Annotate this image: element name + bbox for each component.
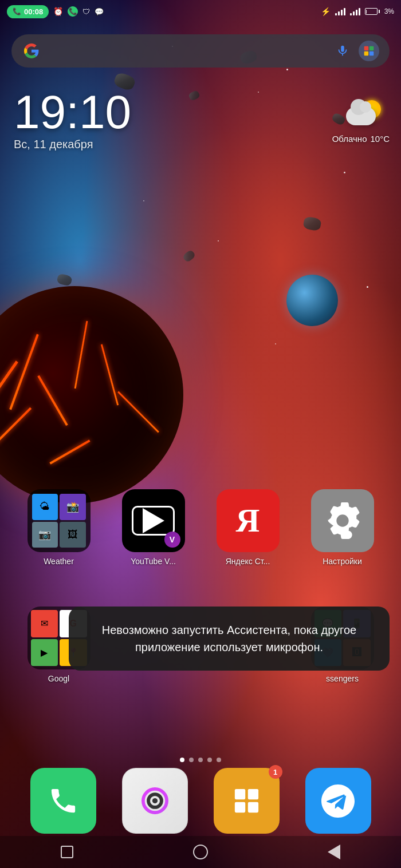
clock-widget[interactable]: 19:10 Вс, 11 декабря xyxy=(14,89,131,151)
signal-bars-1 xyxy=(335,7,345,15)
dock-telegram[interactable] xyxy=(305,768,371,834)
phone2-icon: 📞 xyxy=(68,6,78,17)
app-row-1: 🌤 📸 📷 🖼 Weather V YouTube V... Я Яндекс … xyxy=(0,489,401,566)
tools-badge: 1 xyxy=(269,765,282,779)
app-label-settings: Настройки xyxy=(323,557,362,566)
status-right: ⚡ 3% xyxy=(321,7,394,16)
status-bar: 📞 00:08 ⏰ 📞 🛡 💬 ⚡ 3% xyxy=(0,0,401,23)
svg-point-7 xyxy=(152,798,157,803)
svg-rect-2 xyxy=(364,46,369,51)
weather-widget[interactable]: Облачно 10°C xyxy=(332,100,390,144)
nav-recents-button[interactable] xyxy=(320,838,348,866)
dock-camera[interactable] xyxy=(122,768,188,834)
toast-message: Невозможно запустить Ассистента, пока др… xyxy=(85,621,374,656)
page-dot-4 xyxy=(217,758,221,762)
dock-phone[interactable] xyxy=(30,768,96,834)
nav-home-button[interactable] xyxy=(186,838,215,866)
nav-square-icon xyxy=(61,846,73,858)
settings-icon xyxy=(311,489,374,552)
shield-icon: 🛡 xyxy=(82,7,90,16)
bluetooth-icon: ⚡ xyxy=(321,7,331,16)
nav-back-button[interactable] xyxy=(53,838,81,866)
weather-temperature: 10°C xyxy=(370,134,390,144)
app-item-youtube[interactable]: V YouTube V... xyxy=(112,489,195,566)
alarm-icon: ⏰ xyxy=(53,7,63,16)
svg-rect-0 xyxy=(341,46,344,52)
svg-rect-9 xyxy=(234,789,245,799)
svg-rect-3 xyxy=(369,46,374,51)
page-dot-2 xyxy=(198,758,203,762)
dock-row: 1 xyxy=(0,768,401,834)
app-item-yandex[interactable]: Я Яндекс Ст... xyxy=(206,489,289,566)
page-dot-0 xyxy=(180,758,184,762)
status-left: 📞 00:08 ⏰ 📞 🛡 💬 xyxy=(7,5,104,18)
phone-icon: 📞 xyxy=(13,7,21,15)
app-label-messengers: ssengers xyxy=(326,674,359,683)
battery-percent: 3% xyxy=(384,7,394,15)
lens-icon[interactable] xyxy=(359,41,379,61)
blue-planet xyxy=(286,275,338,326)
app-item-settings[interactable]: Настройки xyxy=(301,489,384,566)
app-label-youtube: YouTube V... xyxy=(131,557,176,566)
call-indicator: 📞 00:08 xyxy=(7,5,49,18)
nav-circle-icon xyxy=(193,845,208,859)
microphone-icon[interactable] xyxy=(332,41,353,61)
cloud-icon xyxy=(346,107,376,125)
call-time: 00:08 xyxy=(24,7,43,16)
page-dot-1 xyxy=(189,758,194,762)
google-logo xyxy=(22,41,41,61)
signal-bars-2 xyxy=(350,7,360,15)
app-label-weather: Weather xyxy=(44,557,74,566)
app-label-google: Googl xyxy=(48,674,69,683)
weather-condition: Облачно xyxy=(332,134,367,144)
search-bar[interactable] xyxy=(11,34,390,68)
clock-time: 19:10 xyxy=(14,89,131,136)
svg-rect-11 xyxy=(234,802,245,812)
nav-triangle-icon xyxy=(328,845,340,859)
weather-description: Облачно 10°C xyxy=(332,134,390,144)
chat-icon: 💬 xyxy=(95,7,104,16)
nav-bar xyxy=(0,836,401,868)
yandex-icon: Я xyxy=(217,489,280,552)
dock-tools[interactable]: 1 xyxy=(214,768,280,834)
page-dots xyxy=(0,758,401,762)
svg-rect-5 xyxy=(369,51,374,56)
weather-icon-area xyxy=(341,100,381,132)
svg-rect-10 xyxy=(247,789,258,799)
app-item-weather-folder[interactable]: 🌤 📸 📷 🖼 Weather xyxy=(17,489,100,566)
yt-play-triangle xyxy=(143,508,164,533)
youtube-vanced-icon: V xyxy=(122,489,185,552)
page-dot-3 xyxy=(207,758,212,762)
svg-rect-4 xyxy=(364,51,369,56)
battery-icon xyxy=(365,8,380,15)
clock-date: Вс, 11 декабря xyxy=(14,138,131,151)
weather-folder-icon: 🌤 📸 📷 🖼 xyxy=(27,489,91,552)
svg-rect-12 xyxy=(247,802,258,812)
app-label-yandex: Яндекс Ст... xyxy=(226,557,270,566)
toast-notification: Невозможно запустить Ассистента, пока др… xyxy=(69,607,390,671)
